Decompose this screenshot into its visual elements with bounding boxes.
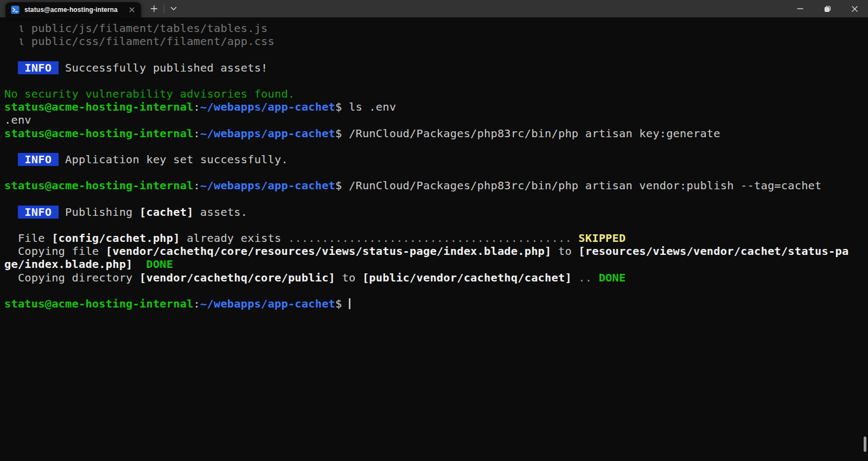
- info-badge: INFO: [18, 153, 59, 166]
- terminal-line: Copying file [vendor/cachethq/core/resou…: [4, 245, 868, 258]
- terminal-text: $: [335, 297, 349, 310]
- tab-active[interactable]: status@acme-hosting-interna: [5, 2, 141, 17]
- terminal-text: [config/cachet.php]: [52, 232, 180, 245]
- terminal-text: [572, 232, 578, 245]
- titlebar: status@acme-hosting-interna: [0, 0, 868, 17]
- terminal-line: status@acme-hosting-internal:~/webapps/a…: [4, 297, 868, 310]
- terminal-text: [resources/views/vendor/cachet/status-pa: [578, 245, 848, 258]
- terminal-line: ge/index.blade.php] DONE: [4, 258, 868, 271]
- terminal-text: [4, 61, 18, 74]
- terminal-line: INFO Publishing [cachet] assets.: [4, 206, 868, 219]
- terminal-text: [592, 271, 598, 284]
- terminal-text: ~/webapps/app-cachet: [200, 297, 335, 310]
- terminal-text: :: [194, 297, 200, 310]
- terminal-text: No security vulnerability advisories fou…: [4, 87, 295, 100]
- info-badge: INFO: [18, 206, 59, 219]
- terminal-text: Copying directory: [4, 271, 139, 284]
- terminal-text: Publishing: [59, 206, 139, 219]
- terminal-text: [4, 206, 18, 219]
- terminal-line: INFO Successfully published assets!: [4, 61, 868, 74]
- terminal-text: status@acme-hosting-internal: [4, 100, 194, 113]
- info-badge: INFO: [18, 61, 59, 74]
- terminal-text: ι public/js/filament/tables/tables.js: [4, 22, 268, 35]
- terminal-text: $ /RunCloud/Packages/php83rc/bin/php art…: [335, 127, 720, 140]
- terminal-text: [vendor/cachethq/core/public]: [139, 271, 335, 284]
- terminal-line: [4, 192, 868, 205]
- tab-close-icon[interactable]: [126, 4, 138, 16]
- terminal-line: [4, 284, 868, 297]
- terminal-line: File [config/cachet.php] already exists …: [4, 232, 868, 245]
- terminal-text: ........................................…: [288, 232, 572, 245]
- terminal-line: status@acme-hosting-internal:~/webapps/a…: [4, 127, 868, 140]
- terminal-text: [public/vendor/cachethq/cachet]: [362, 271, 572, 284]
- terminal-text: $ ls .env: [335, 100, 396, 113]
- terminal-text: :: [194, 179, 200, 192]
- terminal-line: Copying directory [vendor/cachethq/core/…: [4, 271, 868, 284]
- terminal-line: status@acme-hosting-internal:~/webapps/a…: [4, 179, 868, 192]
- terminal-text: ~/webapps/app-cachet: [200, 127, 335, 140]
- terminal-line: ι public/css/filament/filament/app.css: [4, 35, 868, 48]
- terminal-text: :: [194, 100, 200, 113]
- terminal-line: [4, 48, 868, 61]
- terminal-text: ~/webapps/app-cachet: [200, 100, 335, 113]
- terminal-text: ι public/css/filament/filament/app.css: [4, 35, 275, 48]
- terminal-text: [4, 153, 18, 166]
- minimize-button[interactable]: [787, 0, 814, 17]
- terminal-text: Copying file: [4, 245, 106, 258]
- terminal-text: SKIPPED: [578, 232, 626, 245]
- terminal-text: .env: [4, 113, 31, 126]
- terminal-text: Successfully published assets!: [59, 61, 268, 74]
- terminal-text: Application key set successfully.: [59, 153, 288, 166]
- terminal-icon: [11, 5, 20, 14]
- terminal-text: ge/index.blade.php]: [4, 258, 133, 271]
- terminal-text: [133, 258, 146, 271]
- tab-title: status@acme-hosting-interna: [24, 6, 126, 14]
- maximize-button[interactable]: [814, 0, 841, 17]
- terminal-text: DONE: [599, 271, 626, 284]
- text-cursor: [349, 298, 350, 309]
- terminal-line: status@acme-hosting-internal:~/webapps/a…: [4, 100, 868, 113]
- terminal-line: [4, 219, 868, 232]
- terminal-text: already exists: [180, 232, 288, 245]
- terminal-line: .env: [4, 113, 868, 126]
- terminal-text: :: [194, 127, 200, 140]
- terminal-line: No security vulnerability advisories fou…: [4, 87, 868, 100]
- terminal-text: ..: [578, 271, 592, 284]
- terminal-line: ι public/js/filament/tables/tables.js: [4, 22, 868, 35]
- terminal-text: status@acme-hosting-internal: [4, 179, 194, 192]
- terminal-text: assets.: [194, 206, 248, 219]
- terminal-line: [4, 140, 868, 153]
- terminal-text: DONE: [146, 258, 173, 271]
- terminal-text: [572, 271, 578, 284]
- terminal-text: [cachet]: [139, 206, 194, 219]
- terminal-output[interactable]: ι public/js/filament/tables/tables.js ι …: [0, 17, 868, 310]
- terminal-text: to: [552, 245, 579, 258]
- terminal-text: [vendor/cachethq/core/resources/views/st…: [106, 245, 552, 258]
- close-button[interactable]: [841, 0, 868, 17]
- terminal-text: ~/webapps/app-cachet: [200, 179, 335, 192]
- new-tab-button[interactable]: [144, 0, 164, 17]
- tab-dropdown-button[interactable]: [164, 0, 183, 17]
- terminal-line: [4, 74, 868, 87]
- terminal-line: [4, 166, 868, 179]
- terminal-line: INFO Application key set successfully.: [4, 153, 868, 166]
- terminal-text: status@acme-hosting-internal: [4, 297, 194, 310]
- scrollbar-thumb[interactable]: [864, 437, 866, 452]
- terminal-text: $ /RunCloud/Packages/php83rc/bin/php art…: [335, 179, 821, 192]
- terminal-text: to: [335, 271, 362, 284]
- terminal-text: status@acme-hosting-internal: [4, 127, 194, 140]
- terminal-text: File: [4, 232, 52, 245]
